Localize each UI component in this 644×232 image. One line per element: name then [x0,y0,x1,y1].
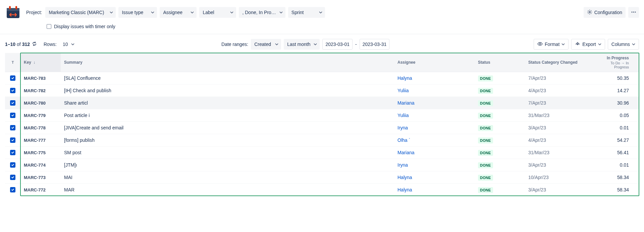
chevron-down-icon [191,10,194,15]
issues-table: T Key ↓ Summary Assignee Status Status C… [5,53,639,196]
issue-summary[interactable]: [SLA] Confluence [61,72,394,84]
in-progress-value: 54.27 [592,134,639,147]
configuration-button[interactable]: Configuration [584,7,626,18]
date-preset-value: Last month [287,42,310,47]
table-row[interactable]: MARC-772 MAR Halyna DONE 3/Apr/23 58.34 [5,184,639,196]
issue-key[interactable]: MARC-774 [20,159,61,171]
issue-key[interactable]: MARC-772 [20,184,61,196]
status-category-changed: 3/Apr/23 [525,122,592,134]
status-category-changed: 7/Apr/23 [525,72,592,84]
issue-summary[interactable]: Post article i [61,109,394,122]
row-checkbox[interactable] [10,113,15,118]
project-dropdown[interactable]: Marketing Classic (MARC) [45,7,116,18]
label-dropdown[interactable]: Label [199,7,236,18]
assignee-link[interactable]: Yuliia [397,88,409,93]
date-to-value: 2023-03-31 [363,42,387,47]
table-row[interactable]: MARC-775 SM post Mariana DONE 31/Mar/23 … [5,147,639,159]
row-checkbox[interactable] [10,175,15,180]
issue-summary[interactable]: MAI [61,171,394,184]
pagination-info: 1–10 of 312 [5,41,37,47]
status-category-changed: 4/Apr/23 [525,84,592,97]
row-checkbox[interactable] [10,125,15,130]
issue-key[interactable]: MARC-775 [20,147,61,159]
chevron-down-icon [230,10,233,15]
row-checkbox[interactable] [10,162,15,168]
assignee-link[interactable]: Mariana [397,150,415,155]
assignee-dropdown[interactable]: Assignee [160,7,197,18]
timer-only-checkbox[interactable] [47,24,51,29]
more-menu-button[interactable] [628,7,639,18]
date-from-input[interactable]: 2023-03-01 [322,39,353,50]
table-row[interactable]: MARC-780 Share articl Mariana DONE 7/Apr… [5,97,639,109]
export-button[interactable]: Export [571,39,605,50]
issue-key[interactable]: MARC-779 [20,109,61,122]
format-label: Format [545,42,559,47]
column-header-scc[interactable]: Status Category Changed [525,53,592,72]
assignee-link[interactable]: Iryna [397,125,408,130]
table-row[interactable]: MARC-779 Post article i Yuliia DONE 31/M… [5,109,639,122]
assignee-link[interactable]: Iryna [397,162,408,168]
assignee-link[interactable]: Olha ` [397,137,410,143]
assignee-link[interactable]: Yuliia [397,113,409,118]
assignee-link[interactable]: Halyna [397,187,412,192]
row-checkbox[interactable] [10,75,15,81]
date-from-value: 2023-03-01 [325,42,350,47]
date-to-input[interactable]: 2023-03-31 [360,39,390,50]
svg-rect-2 [9,6,11,9]
status-badge: DONE [478,175,493,181]
status-badge: DONE [478,150,493,156]
column-header-t[interactable]: T [5,53,20,72]
issue-summary[interactable]: [forms] publish [61,134,394,147]
column-header-key[interactable]: Key ↓ [20,53,61,72]
issue-summary[interactable]: [JTM]ı [61,159,394,171]
issue-type-dropdown[interactable]: Issue type [118,7,157,18]
svg-point-5 [632,11,633,12]
row-checkbox[interactable] [10,88,15,93]
status-category-changed: 7/Apr/23 [525,97,592,109]
svg-point-4 [589,11,590,12]
column-header-assignee[interactable]: Assignee [394,53,475,72]
issue-summary[interactable]: MAR [61,184,394,196]
table-row[interactable]: MARC-773 MAI Halyna DONE 10/Apr/23 58.34 [5,171,639,184]
row-checkbox[interactable] [10,187,15,192]
in-progress-value: 56.41 [592,147,639,159]
row-checkbox[interactable] [10,137,15,143]
assignee-link[interactable]: Halyna [397,175,412,180]
issue-key[interactable]: MARC-782 [20,84,61,97]
status-filter-dropdown[interactable]: , Done, In Pro… [239,7,285,18]
table-row[interactable]: MARC-783 [SLA] Confluence Halyna DONE 7/… [5,72,639,84]
row-checkbox[interactable] [10,150,15,155]
table-row[interactable]: MARC-778 [JIVA]Create and send email Iry… [5,122,639,134]
columns-button[interactable]: Columns [608,39,639,50]
chevron-down-icon [279,10,283,15]
sprint-filter-label: Sprint [291,10,304,15]
refresh-icon[interactable] [32,41,37,47]
column-header-inprogress[interactable]: In Progress To Do → In Progress [592,53,639,72]
date-field-dropdown[interactable]: Created [251,39,281,50]
issue-summary[interactable]: [IH] Check and publish [61,84,394,97]
column-header-summary[interactable]: Summary [61,53,394,72]
rows-dropdown[interactable]: 10 [59,39,77,50]
chevron-down-icon [275,42,278,47]
issue-key[interactable]: MARC-783 [20,72,61,84]
status-category-changed: 31/Mar/23 [525,109,592,122]
row-checkbox[interactable] [10,100,15,106]
table-row[interactable]: MARC-782 [IH] Check and publish Yuliia D… [5,84,639,97]
issue-key[interactable]: MARC-773 [20,171,61,184]
export-label: Export [582,42,596,47]
column-header-status[interactable]: Status [475,53,525,72]
date-preset-dropdown[interactable]: Last month [284,39,320,50]
issue-key[interactable]: MARC-780 [20,97,61,109]
format-button[interactable]: Format [534,39,569,50]
table-row[interactable]: MARC-777 [forms] publish Olha ` DONE 4/A… [5,134,639,147]
date-separator: - [355,42,357,47]
sprint-dropdown[interactable]: Sprint [288,7,325,18]
assignee-link[interactable]: Halyna [397,75,412,81]
assignee-link[interactable]: Mariana [397,100,415,106]
issue-summary[interactable]: [JIVA]Create and send email [61,122,394,134]
issue-key[interactable]: MARC-777 [20,134,61,147]
table-row[interactable]: MARC-774 [JTM]ı Iryna DONE 3/Apr/23 0.01 [5,159,639,171]
issue-summary[interactable]: SM post [61,147,394,159]
issue-key[interactable]: MARC-778 [20,122,61,134]
issue-summary[interactable]: Share articl [61,97,394,109]
